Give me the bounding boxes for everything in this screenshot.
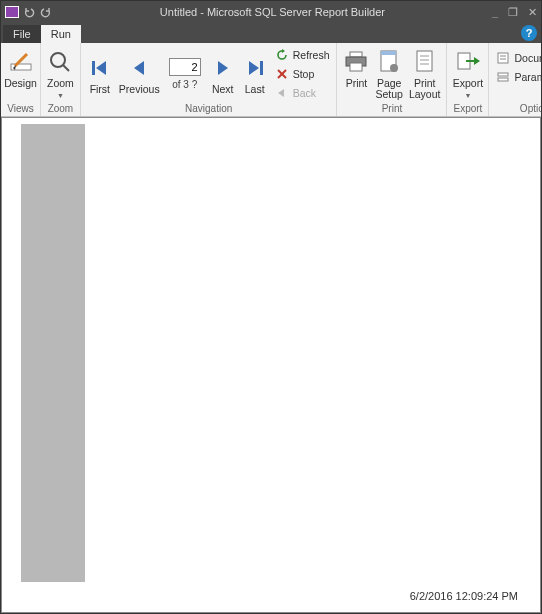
page-setup-button[interactable]: Page Setup: [372, 45, 405, 102]
svg-marker-7: [249, 61, 259, 75]
app-icon: [5, 6, 19, 18]
svg-rect-29: [498, 78, 508, 81]
print-layout-icon: [412, 47, 438, 77]
print-layout-button[interactable]: Print Layout: [406, 45, 444, 102]
parameters-icon: [496, 70, 510, 84]
svg-marker-9: [282, 49, 285, 53]
group-print: Print Page Setup Print Layout Print: [337, 43, 447, 116]
group-navigation: First Previous of 3 ? Next: [81, 43, 338, 116]
export-button[interactable]: Export▼: [450, 45, 486, 103]
nav-small-buttons: Refresh Stop Back: [271, 45, 334, 104]
svg-line-2: [63, 65, 69, 71]
svg-point-18: [390, 64, 398, 72]
design-icon: [8, 47, 34, 77]
print-button[interactable]: Print: [340, 45, 372, 91]
export-icon: [455, 47, 481, 77]
previous-icon: [126, 53, 152, 83]
ribbon: Design Views Zoom▼ Zoom First: [1, 43, 541, 117]
svg-rect-25: [498, 53, 508, 63]
svg-marker-24: [474, 57, 480, 65]
report-canvas[interactable]: 6/2/2016 12:09:24 PM: [1, 117, 541, 613]
chevron-down-icon: ▼: [57, 92, 64, 99]
svg-rect-8: [260, 61, 263, 75]
minimize-button[interactable]: _: [492, 6, 498, 18]
tab-run[interactable]: Run: [41, 25, 81, 43]
last-icon: [242, 53, 268, 83]
page-total: of 3 ?: [172, 79, 197, 90]
page-indicator: of 3 ?: [163, 48, 207, 100]
first-button[interactable]: First: [84, 51, 116, 97]
svg-marker-4: [96, 61, 106, 75]
group-views: Design Views: [1, 43, 41, 116]
refresh-button[interactable]: Refresh: [275, 47, 330, 64]
window-controls: _ ❐ ✕: [492, 6, 537, 19]
next-icon: [210, 53, 236, 83]
parameters-button[interactable]: Parameters ▸: [496, 68, 542, 85]
undo-button[interactable]: [22, 5, 36, 19]
previous-button[interactable]: Previous: [116, 51, 163, 97]
svg-rect-19: [417, 51, 432, 71]
chevron-down-icon: ▼: [464, 92, 471, 99]
back-icon: [275, 86, 289, 100]
svg-rect-15: [350, 63, 362, 71]
last-button[interactable]: Last: [239, 51, 271, 97]
group-options: Document Parameters ▸ Options: [489, 43, 542, 116]
close-button[interactable]: ✕: [528, 6, 537, 19]
zoom-button[interactable]: Zoom▼: [44, 45, 77, 103]
group-zoom: Zoom▼ Zoom: [41, 43, 81, 116]
ribbon-tabs: File Run ?: [1, 23, 541, 43]
back-button[interactable]: Back: [275, 85, 330, 102]
svg-point-1: [51, 53, 65, 67]
design-button[interactable]: Design: [1, 45, 40, 91]
page-setup-icon: [376, 47, 402, 77]
options-buttons: Document Parameters ▸: [492, 45, 542, 87]
svg-marker-12: [278, 89, 284, 97]
svg-rect-28: [498, 73, 508, 76]
help-button[interactable]: ?: [521, 25, 537, 41]
stop-icon: [275, 67, 289, 81]
stop-button[interactable]: Stop: [275, 66, 330, 83]
magnifier-icon: [47, 47, 73, 77]
tab-file[interactable]: File: [3, 25, 41, 43]
first-icon: [87, 53, 113, 83]
svg-marker-6: [218, 61, 228, 75]
report-placeholder-column: [21, 124, 85, 582]
page-number-input[interactable]: [169, 58, 201, 76]
qat: [5, 5, 53, 19]
window-title: Untitled - Microsoft SQL Server Report B…: [53, 6, 492, 18]
document-map-icon: [496, 51, 510, 65]
svg-rect-3: [92, 61, 95, 75]
restore-button[interactable]: ❐: [508, 6, 518, 19]
svg-rect-13: [350, 52, 362, 57]
group-export: Export▼ Export: [447, 43, 489, 116]
execution-timestamp: 6/2/2016 12:09:24 PM: [410, 590, 518, 602]
document-map-button[interactable]: Document: [496, 49, 542, 66]
svg-rect-17: [381, 51, 396, 55]
title-bar: Untitled - Microsoft SQL Server Report B…: [1, 1, 541, 23]
svg-marker-5: [134, 61, 144, 75]
redo-button[interactable]: [39, 5, 53, 19]
printer-icon: [343, 47, 369, 77]
next-button[interactable]: Next: [207, 51, 239, 97]
refresh-icon: [275, 48, 289, 62]
